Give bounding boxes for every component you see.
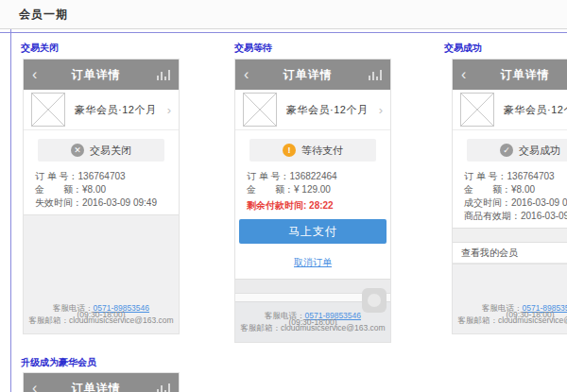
view-membership-row[interactable]: 查看我的会员 (453, 243, 567, 264)
field-value: ¥8.00 (82, 184, 106, 195)
order-details: 订 单 号：136764703 金 额：¥8.00 成交时间：2016-03-0… (453, 162, 567, 228)
service-email-line: (09:30-18:00) 客服邮箱：cloudmusicservice@163… (24, 315, 179, 327)
email-label: 客服邮箱： (28, 315, 69, 325)
order-detail-card-upgrade: ‹ 订单详情 (23, 372, 180, 392)
phone-header-title: 订单详情 (37, 67, 155, 83)
order-details: 订 单 号：136764703 金 额：¥8.00 失效时间：2016-03-0… (24, 162, 179, 214)
email-label: 客服邮箱： (457, 315, 498, 325)
contact-info: 客服电话：0571-89853546 (09:30-18:00) 客服邮箱：cl… (453, 302, 567, 327)
field-value: 136764703 (78, 171, 126, 181)
status-bar-closed: ✕ 交易关闭 (38, 139, 164, 162)
field-value: 2016-03-09 至2017-0 (521, 211, 567, 221)
status-bar-waiting: ! 等待支付 (249, 139, 376, 162)
field-label: 失效时间： (35, 197, 82, 208)
design-canvas: 交易关闭 交易等待 交易成功 升级成为豪华会员 ‹ 订单详情 豪华会员·12个月… (0, 29, 567, 392)
contact-info: 客服电话：0571-89853546 (09:30-18:00) 客服邮箱：cl… (235, 310, 390, 334)
cancel-order-section: 取消订单 (235, 244, 390, 279)
pay-now-button[interactable]: 马上支付 (239, 219, 387, 244)
phone-header: ‹ 订单详情 (235, 60, 390, 90)
service-email-line: (09:30-18:00) 客服邮箱：cloudmusicservice@163… (235, 322, 390, 334)
closed-circle-icon: ✕ (71, 144, 84, 157)
phone-header-title: 订单详情 (466, 67, 567, 83)
status-text: 交易关闭 (90, 144, 131, 158)
field-label: 订 单 号： (247, 171, 290, 181)
field-value: 2016-03-09 09:49 (82, 197, 157, 208)
field-label: 成交时间： (464, 197, 511, 208)
section-label-closed: 交易关闭 (21, 42, 59, 55)
blank-section (235, 294, 390, 301)
service-hours: (09:30-18:00) (506, 309, 554, 321)
field-label: 金 额： (247, 184, 294, 195)
field-value: 2016-03-09 09:49 (511, 197, 567, 208)
detail-row: 金 额：¥8.00 (464, 183, 567, 196)
field-value: 136822464 (290, 171, 337, 181)
status-section: ! 等待支付 (235, 130, 390, 162)
field-label: 金 额： (464, 184, 511, 195)
phone-header-title: 订单详情 (249, 67, 367, 83)
chevron-right-icon: › (167, 103, 171, 117)
product-row[interactable]: 豪华会员·12个月 › (453, 90, 567, 130)
email-label: 客服邮箱： (240, 323, 281, 332)
detail-row: 失效时间：2016-03-09 09:49 (35, 196, 167, 210)
detail-row: 订 单 号：136764703 (464, 170, 567, 183)
service-hours: (09:30-18:00) (77, 309, 125, 321)
contact-info: 客服电话：0571-89853546 (09:30-18:00) 客服邮箱：cl… (24, 302, 179, 327)
card-footer: 客服电话：0571-89853546 (09:30-18:00) 客服邮箱：cl… (453, 264, 567, 333)
product-image-placeholder (243, 93, 277, 127)
status-text: 等待支付 (301, 144, 343, 158)
field-value: 136764703 (507, 171, 555, 181)
product-image-placeholder (31, 93, 65, 127)
check-circle-icon: ✓ (500, 144, 513, 157)
order-detail-card-closed: ‹ 订单详情 豪华会员·12个月 › ✕ 交易关闭 订 单 号：13676470… (23, 59, 180, 334)
status-section: ✓ 交易成功 (453, 130, 567, 162)
product-name: 豪华会员·12个月 (286, 103, 379, 117)
horizontal-guide-line (0, 32, 567, 33)
field-value: ¥8.00 (511, 184, 535, 195)
service-email-line: (09:30-18:00) 客服邮箱：cloudmusicservice@163… (453, 315, 567, 327)
detail-row: 成交时间：2016-03-09 09:49 (464, 196, 567, 210)
detail-row: 金 额：¥8.00 (35, 183, 167, 196)
section-label-upgrade: 升级成为豪华会员 (21, 356, 96, 369)
assistive-touch-icon[interactable] (362, 288, 387, 313)
bar-chart-icon[interactable] (155, 383, 170, 392)
field-label: 金 额： (35, 184, 82, 195)
order-details: 订 单 号：136822464 金 额：¥ 129.00 (235, 162, 390, 196)
product-name: 豪华会员·12个月 (75, 103, 167, 117)
status-section: ✕ 交易关闭 (24, 130, 179, 162)
detail-row: 商品有效期：2016-03-09 至2017-0 (464, 210, 567, 223)
card-footer: 客服电话：0571-89853546 (09:30-18:00) 客服邮箱：cl… (24, 214, 179, 333)
order-detail-card-waiting: ‹ 订单详情 豪华会员·12个月 › ! 等待支付 订 单 号：13682246… (234, 59, 391, 343)
product-row[interactable]: 豪华会员·12个月 › (235, 90, 390, 130)
cancel-order-link[interactable]: 取消订单 (294, 257, 332, 267)
phone-header: ‹ 订单详情 (24, 373, 179, 392)
field-label: 商品有效期： (464, 211, 521, 221)
page-title: 会员一期 (19, 7, 68, 23)
service-hours: (09:30-18:00) (288, 316, 336, 329)
status-bar-success: ✓ 交易成功 (467, 139, 567, 162)
bar-chart-icon[interactable] (367, 69, 382, 80)
status-text: 交易成功 (519, 144, 560, 158)
phone-header: ‹ 订单详情 (453, 60, 567, 90)
bar-chart-icon[interactable] (155, 69, 170, 80)
detail-row: 订 单 号：136764703 (35, 170, 167, 183)
chevron-right-icon: › (379, 103, 383, 117)
detail-row: 订 单 号：136822464 (247, 170, 379, 183)
countdown-value: 28:22 (309, 200, 334, 211)
product-image-placeholder (460, 93, 494, 127)
section-divider (453, 228, 567, 243)
warning-circle-icon: ! (283, 144, 296, 157)
payment-countdown: 剩余付款时间: 28:22 (235, 196, 390, 213)
vertical-guide-line (10, 29, 11, 392)
section-label-success: 交易成功 (444, 42, 482, 55)
phone-header: ‹ 订单详情 (24, 60, 179, 90)
product-name: 豪华会员·12个月 (504, 103, 567, 117)
field-value: ¥ 129.00 (294, 184, 331, 195)
product-row[interactable]: 豪华会员·12个月 › (24, 90, 179, 130)
field-label: 订 单 号： (35, 171, 78, 181)
order-detail-card-success: ‹ 订单详情 豪华会员·12个月 › ✓ 交易成功 订 单 号：13676470… (452, 59, 567, 334)
detail-row: 金 额：¥ 129.00 (247, 183, 379, 196)
field-label: 订 单 号： (464, 171, 507, 181)
page-header: 会员一期 (0, 0, 567, 29)
phone-header-title: 订单详情 (37, 381, 155, 392)
countdown-label: 剩余付款时间: (247, 200, 309, 211)
